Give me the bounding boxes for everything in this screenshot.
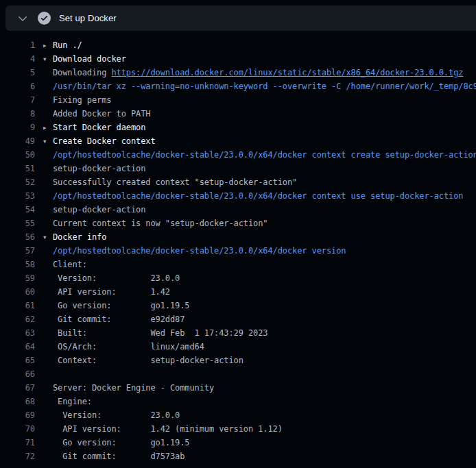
triangle-down-icon[interactable]: ▼ <box>43 135 53 148</box>
log-row: 71 Go version: go1.19.5 <box>0 436 476 449</box>
command-text: /opt/hostedtoolcache/docker-stable/23.0.… <box>53 191 463 201</box>
log-row: 70 API version: 1.42 (minimum version 1.… <box>0 422 476 436</box>
line-number[interactable]: 58 <box>0 258 35 271</box>
log-text: Successfully created context "setup-dock… <box>53 177 297 187</box>
log-row: 65 Context: setup-docker-action <box>0 354 476 367</box>
group-title[interactable]: Create Docker context <box>53 136 156 146</box>
line-number[interactable]: 60 <box>0 285 35 299</box>
triangle-down-icon[interactable]: ▼ <box>43 53 53 66</box>
line-number[interactable]: 70 <box>0 422 35 436</box>
log-row: 61 Go version: go1.19.5 <box>0 299 476 312</box>
line-number[interactable]: 72 <box>0 449 35 463</box>
log-text: Engine: <box>53 397 92 406</box>
log-text: Downloading <box>53 68 112 77</box>
log-console: 1▶Run ./4▼Download docker5Downloading ht… <box>0 31 476 463</box>
log-text: Go version: go1.19.5 <box>53 438 190 447</box>
step-title: Set up Docker <box>59 13 117 23</box>
line-number[interactable]: 1 <box>0 38 35 52</box>
log-text: Current context is now "setup-docker-act… <box>53 219 267 228</box>
log-row: 7Fixing perms <box>0 93 476 107</box>
line-number[interactable]: 61 <box>0 299 35 312</box>
line-number[interactable]: 63 <box>0 326 35 340</box>
log-text: Version: 23.0.0 <box>53 410 180 420</box>
log-text: Client: <box>53 260 87 269</box>
line-number[interactable]: 71 <box>0 436 35 449</box>
log-row: 53/opt/hostedtoolcache/docker-stable/23.… <box>0 189 476 203</box>
log-row: 8Added Docker to PATH <box>0 107 476 121</box>
log-row: 55Current context is now "setup-docker-a… <box>0 217 476 230</box>
log-row: 66 <box>0 367 476 381</box>
log-row: 50/opt/hostedtoolcache/docker-stable/23.… <box>0 148 476 162</box>
step-header[interactable]: Set up Docker <box>5 5 476 31</box>
line-number[interactable]: 52 <box>0 175 35 189</box>
log-text: Server: Docker Engine - Community <box>53 383 214 393</box>
log-row: 9▶Start Docker daemon <box>0 121 476 134</box>
log-text: setup-docker-action <box>53 164 145 173</box>
line-number[interactable]: 8 <box>0 107 35 121</box>
log-row: 57/opt/hostedtoolcache/docker-stable/23.… <box>0 244 476 258</box>
triangle-right-icon[interactable]: ▶ <box>43 39 53 52</box>
chevron-down-icon[interactable] <box>17 13 28 24</box>
log-text: API version: 1.42 <box>53 287 170 297</box>
log-row: 60 API version: 1.42 <box>0 285 476 299</box>
line-number[interactable]: 54 <box>0 203 35 217</box>
log-text: Git commit: e92dd87 <box>53 315 185 324</box>
line-number[interactable]: 55 <box>0 217 35 230</box>
log-row: 68 Engine: <box>0 395 476 408</box>
log-row: 59 Version: 23.0.0 <box>0 271 476 285</box>
line-number[interactable]: 5 <box>0 66 35 79</box>
log-text: setup-docker-action <box>53 205 145 214</box>
line-number[interactable]: 66 <box>0 367 35 381</box>
group-title[interactable]: Run ./ <box>53 40 82 50</box>
line-number[interactable]: 6 <box>0 79 35 93</box>
line-number[interactable]: 7 <box>0 93 35 107</box>
log-row: 49▼Create Docker context <box>0 134 476 148</box>
line-number[interactable]: 49 <box>0 134 35 148</box>
log-row: 1▶Run ./ <box>0 38 476 52</box>
log-text: Built: Wed Feb 1 17:43:29 2023 <box>53 328 267 338</box>
line-number[interactable]: 62 <box>0 312 35 326</box>
command-text: /opt/hostedtoolcache/docker-stable/23.0.… <box>53 150 476 160</box>
log-text: Go version: go1.19.5 <box>53 301 190 310</box>
log-row: 52Successfully created context "setup-do… <box>0 175 476 189</box>
log-row: 4▼Download docker <box>0 52 476 66</box>
line-number[interactable]: 69 <box>0 408 35 422</box>
line-number[interactable]: 51 <box>0 162 35 175</box>
log-row: 54setup-docker-action <box>0 203 476 217</box>
command-text: /usr/bin/tar xz --warning=no-unknown-key… <box>53 82 476 91</box>
line-number[interactable]: 64 <box>0 340 35 354</box>
line-number[interactable]: 57 <box>0 244 35 258</box>
line-number[interactable]: 67 <box>0 381 35 395</box>
log-row: 58Client: <box>0 258 476 271</box>
line-number[interactable]: 56 <box>0 230 35 244</box>
line-number[interactable]: 65 <box>0 354 35 367</box>
log-text: API version: 1.42 (minimum version 1.12) <box>53 424 283 434</box>
command-text: /opt/hostedtoolcache/docker-stable/23.0.… <box>53 246 346 256</box>
group-title[interactable]: Docker info <box>53 232 106 242</box>
log-row: 63 Built: Wed Feb 1 17:43:29 2023 <box>0 326 476 340</box>
line-number[interactable]: 4 <box>0 52 35 66</box>
log-row: 62 Git commit: e92dd87 <box>0 312 476 326</box>
log-row: 5Downloading https://download.docker.com… <box>0 66 476 79</box>
line-number[interactable]: 68 <box>0 395 35 408</box>
log-text: Context: setup-docker-action <box>53 356 243 365</box>
line-number[interactable]: 53 <box>0 189 35 203</box>
line-number[interactable]: 9 <box>0 121 35 134</box>
line-number[interactable]: 50 <box>0 148 35 162</box>
log-row: 51setup-docker-action <box>0 162 476 175</box>
log-text: Fixing perms <box>53 95 112 105</box>
log-row: 64 OS/Arch: linux/amd64 <box>0 340 476 354</box>
log-text: Git commit: d7573ab <box>53 452 185 461</box>
log-row: 69 Version: 23.0.0 <box>0 408 476 422</box>
log-text: Added Docker to PATH <box>53 109 151 119</box>
log-text: Version: 23.0.0 <box>53 273 180 283</box>
line-number[interactable]: 59 <box>0 271 35 285</box>
triangle-down-icon[interactable]: ▼ <box>43 231 53 244</box>
download-url-link[interactable]: https://download.docker.com/linux/static… <box>112 68 464 77</box>
triangle-right-icon[interactable]: ▶ <box>43 121 53 134</box>
log-row: 6/usr/bin/tar xz --warning=no-unknown-ke… <box>0 79 476 93</box>
log-text: OS/Arch: linux/amd64 <box>53 342 204 352</box>
group-title[interactable]: Download docker <box>53 54 126 64</box>
log-row: 67Server: Docker Engine - Community <box>0 381 476 395</box>
group-title[interactable]: Start Docker daemon <box>53 123 145 132</box>
